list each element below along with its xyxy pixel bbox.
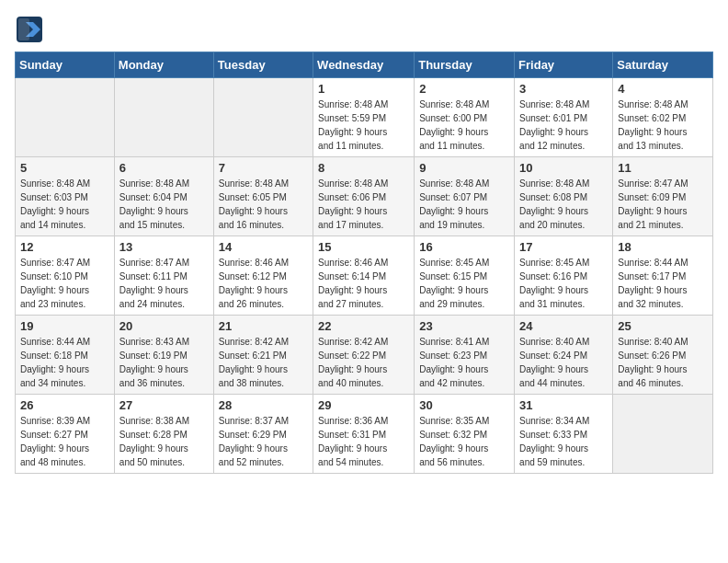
calendar-week-row: 12Sunrise: 8:47 AM Sunset: 6:10 PM Dayli… bbox=[16, 236, 713, 316]
day-number: 11 bbox=[618, 161, 708, 175]
day-number: 30 bbox=[419, 398, 509, 412]
calendar-cell: 17Sunrise: 8:45 AM Sunset: 6:16 PM Dayli… bbox=[515, 236, 613, 316]
day-number: 3 bbox=[519, 82, 608, 96]
calendar-cell: 9Sunrise: 8:48 AM Sunset: 6:07 PM Daylig… bbox=[415, 157, 515, 236]
day-info: Sunrise: 8:47 AM Sunset: 6:10 PM Dayligh… bbox=[20, 256, 109, 311]
calendar-cell: 6Sunrise: 8:48 AM Sunset: 6:04 PM Daylig… bbox=[114, 157, 213, 236]
calendar-cell: 18Sunrise: 8:44 AM Sunset: 6:17 PM Dayli… bbox=[613, 236, 713, 316]
day-info: Sunrise: 8:48 AM Sunset: 6:04 PM Dayligh… bbox=[119, 177, 209, 232]
calendar-cell: 15Sunrise: 8:46 AM Sunset: 6:14 PM Dayli… bbox=[313, 236, 415, 316]
logo-icon bbox=[15, 15, 44, 44]
calendar-cell: 20Sunrise: 8:43 AM Sunset: 6:19 PM Dayli… bbox=[114, 316, 213, 395]
day-number: 4 bbox=[618, 82, 708, 96]
day-number: 5 bbox=[20, 161, 109, 175]
calendar-cell: 23Sunrise: 8:41 AM Sunset: 6:23 PM Dayli… bbox=[415, 316, 515, 395]
page-header bbox=[15, 15, 713, 44]
day-info: Sunrise: 8:38 AM Sunset: 6:28 PM Dayligh… bbox=[119, 414, 209, 469]
weekday-header-friday: Friday bbox=[515, 52, 613, 78]
weekday-header-wednesday: Wednesday bbox=[313, 52, 415, 78]
svg-rect-2 bbox=[18, 18, 29, 40]
day-number: 21 bbox=[219, 319, 308, 333]
day-info: Sunrise: 8:44 AM Sunset: 6:18 PM Dayligh… bbox=[20, 335, 109, 390]
day-info: Sunrise: 8:44 AM Sunset: 6:17 PM Dayligh… bbox=[618, 256, 708, 311]
calendar-cell: 2Sunrise: 8:48 AM Sunset: 6:00 PM Daylig… bbox=[415, 78, 515, 157]
calendar-cell: 11Sunrise: 8:47 AM Sunset: 6:09 PM Dayli… bbox=[613, 157, 713, 236]
day-number: 17 bbox=[519, 240, 608, 254]
calendar-week-row: 19Sunrise: 8:44 AM Sunset: 6:18 PM Dayli… bbox=[16, 316, 713, 395]
calendar-cell: 24Sunrise: 8:40 AM Sunset: 6:24 PM Dayli… bbox=[515, 316, 613, 395]
day-info: Sunrise: 8:34 AM Sunset: 6:33 PM Dayligh… bbox=[519, 414, 608, 469]
day-number: 27 bbox=[119, 398, 209, 412]
day-number: 15 bbox=[318, 240, 409, 254]
day-info: Sunrise: 8:36 AM Sunset: 6:31 PM Dayligh… bbox=[318, 414, 409, 469]
calendar-cell bbox=[613, 395, 713, 474]
day-info: Sunrise: 8:47 AM Sunset: 6:11 PM Dayligh… bbox=[119, 256, 209, 311]
day-info: Sunrise: 8:48 AM Sunset: 6:06 PM Dayligh… bbox=[318, 177, 409, 232]
day-info: Sunrise: 8:45 AM Sunset: 6:15 PM Dayligh… bbox=[419, 256, 509, 311]
calendar-week-row: 26Sunrise: 8:39 AM Sunset: 6:27 PM Dayli… bbox=[16, 395, 713, 474]
day-info: Sunrise: 8:41 AM Sunset: 6:23 PM Dayligh… bbox=[419, 335, 509, 390]
day-number: 25 bbox=[618, 319, 708, 333]
day-info: Sunrise: 8:35 AM Sunset: 6:32 PM Dayligh… bbox=[419, 414, 509, 469]
day-number: 29 bbox=[318, 398, 409, 412]
day-number: 26 bbox=[20, 398, 109, 412]
day-info: Sunrise: 8:42 AM Sunset: 6:21 PM Dayligh… bbox=[219, 335, 308, 390]
calendar-cell: 13Sunrise: 8:47 AM Sunset: 6:11 PM Dayli… bbox=[114, 236, 213, 316]
day-number: 23 bbox=[419, 319, 509, 333]
day-number: 16 bbox=[419, 240, 509, 254]
weekday-header-thursday: Thursday bbox=[415, 52, 515, 78]
calendar-cell: 27Sunrise: 8:38 AM Sunset: 6:28 PM Dayli… bbox=[114, 395, 213, 474]
calendar-cell: 4Sunrise: 8:48 AM Sunset: 6:02 PM Daylig… bbox=[613, 78, 713, 157]
day-number: 6 bbox=[119, 161, 209, 175]
day-info: Sunrise: 8:40 AM Sunset: 6:24 PM Dayligh… bbox=[519, 335, 608, 390]
calendar-week-row: 5Sunrise: 8:48 AM Sunset: 6:03 PM Daylig… bbox=[16, 157, 713, 236]
day-number: 10 bbox=[519, 161, 608, 175]
day-number: 13 bbox=[119, 240, 209, 254]
calendar-cell: 3Sunrise: 8:48 AM Sunset: 6:01 PM Daylig… bbox=[515, 78, 613, 157]
day-info: Sunrise: 8:48 AM Sunset: 5:59 PM Dayligh… bbox=[318, 98, 409, 153]
calendar-cell: 14Sunrise: 8:46 AM Sunset: 6:12 PM Dayli… bbox=[213, 236, 313, 316]
day-info: Sunrise: 8:48 AM Sunset: 6:02 PM Dayligh… bbox=[618, 98, 708, 153]
calendar-header-row: SundayMondayTuesdayWednesdayThursdayFrid… bbox=[16, 52, 713, 78]
day-info: Sunrise: 8:48 AM Sunset: 6:07 PM Dayligh… bbox=[419, 177, 509, 232]
calendar-cell: 30Sunrise: 8:35 AM Sunset: 6:32 PM Dayli… bbox=[415, 395, 515, 474]
calendar-cell: 8Sunrise: 8:48 AM Sunset: 6:06 PM Daylig… bbox=[313, 157, 415, 236]
day-info: Sunrise: 8:47 AM Sunset: 6:09 PM Dayligh… bbox=[618, 177, 708, 232]
day-number: 18 bbox=[618, 240, 708, 254]
day-number: 2 bbox=[419, 82, 509, 96]
day-info: Sunrise: 8:45 AM Sunset: 6:16 PM Dayligh… bbox=[519, 256, 608, 311]
calendar-cell: 16Sunrise: 8:45 AM Sunset: 6:15 PM Dayli… bbox=[415, 236, 515, 316]
calendar-cell: 10Sunrise: 8:48 AM Sunset: 6:08 PM Dayli… bbox=[515, 157, 613, 236]
calendar-cell bbox=[16, 78, 115, 157]
calendar-cell: 19Sunrise: 8:44 AM Sunset: 6:18 PM Dayli… bbox=[16, 316, 115, 395]
logo bbox=[15, 15, 48, 44]
calendar-cell: 28Sunrise: 8:37 AM Sunset: 6:29 PM Dayli… bbox=[213, 395, 313, 474]
day-number: 8 bbox=[318, 161, 409, 175]
day-number: 22 bbox=[318, 319, 409, 333]
day-info: Sunrise: 8:48 AM Sunset: 6:05 PM Dayligh… bbox=[219, 177, 308, 232]
calendar-cell: 29Sunrise: 8:36 AM Sunset: 6:31 PM Dayli… bbox=[313, 395, 415, 474]
day-info: Sunrise: 8:43 AM Sunset: 6:19 PM Dayligh… bbox=[119, 335, 209, 390]
calendar-cell: 12Sunrise: 8:47 AM Sunset: 6:10 PM Dayli… bbox=[16, 236, 115, 316]
calendar-cell: 5Sunrise: 8:48 AM Sunset: 6:03 PM Daylig… bbox=[16, 157, 115, 236]
day-number: 31 bbox=[519, 398, 608, 412]
calendar-cell: 7Sunrise: 8:48 AM Sunset: 6:05 PM Daylig… bbox=[213, 157, 313, 236]
calendar-cell: 1Sunrise: 8:48 AM Sunset: 5:59 PM Daylig… bbox=[313, 78, 415, 157]
weekday-header-sunday: Sunday bbox=[16, 52, 115, 78]
day-info: Sunrise: 8:46 AM Sunset: 6:12 PM Dayligh… bbox=[219, 256, 308, 311]
day-info: Sunrise: 8:48 AM Sunset: 6:01 PM Dayligh… bbox=[519, 98, 608, 153]
calendar-cell: 22Sunrise: 8:42 AM Sunset: 6:22 PM Dayli… bbox=[313, 316, 415, 395]
day-info: Sunrise: 8:37 AM Sunset: 6:29 PM Dayligh… bbox=[219, 414, 308, 469]
weekday-header-saturday: Saturday bbox=[613, 52, 713, 78]
day-number: 19 bbox=[20, 319, 109, 333]
day-number: 20 bbox=[119, 319, 209, 333]
calendar-cell bbox=[114, 78, 213, 157]
weekday-header-tuesday: Tuesday bbox=[213, 52, 313, 78]
day-info: Sunrise: 8:42 AM Sunset: 6:22 PM Dayligh… bbox=[318, 335, 409, 390]
calendar-cell: 25Sunrise: 8:40 AM Sunset: 6:26 PM Dayli… bbox=[613, 316, 713, 395]
day-number: 7 bbox=[219, 161, 308, 175]
day-number: 1 bbox=[318, 82, 409, 96]
calendar-cell: 21Sunrise: 8:42 AM Sunset: 6:21 PM Dayli… bbox=[213, 316, 313, 395]
day-info: Sunrise: 8:48 AM Sunset: 6:00 PM Dayligh… bbox=[419, 98, 509, 153]
calendar-cell bbox=[213, 78, 313, 157]
